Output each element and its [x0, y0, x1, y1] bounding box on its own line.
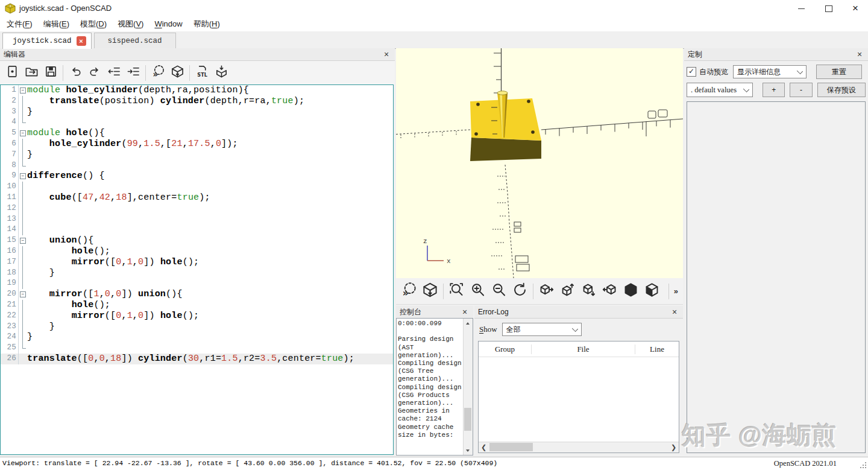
menu-item-4[interactable]: Window [149, 17, 187, 31]
console-close-icon[interactable]: × [460, 307, 470, 317]
chevron-down-icon [743, 86, 749, 92]
unindent-button[interactable] [104, 63, 124, 83]
preset-dropdown[interactable]: . default values [687, 83, 753, 97]
menu-item-1[interactable]: 编辑(E) [38, 17, 75, 31]
minimize-button[interactable] [791, 0, 811, 17]
code-line-17[interactable]: 17 mirror([0,1,0]) hole(); [1, 257, 393, 268]
resize-grip[interactable] [858, 460, 866, 468]
error-filter-dropdown[interactable]: 全部 [502, 323, 582, 336]
code-line-4[interactable]: 4 [1, 117, 393, 128]
column-header-group[interactable]: Group [479, 345, 532, 354]
reset-view-button[interactable] [509, 281, 530, 302]
scroll-left-icon[interactable] [479, 442, 489, 452]
undo-button[interactable] [66, 63, 85, 83]
code-line-26[interactable]: 26translate([0,0,18]) cylinder(30,r1=1.5… [1, 354, 393, 364]
code-line-12[interactable]: 12 [1, 203, 393, 214]
render-button[interactable] [168, 63, 187, 83]
scrollbar-thumb[interactable] [489, 443, 533, 451]
menu-item-0[interactable]: 文件(F) [1, 17, 38, 31]
line-number: 1 [1, 85, 19, 96]
auto-preview-checkbox[interactable]: ✓ [687, 67, 696, 77]
tab-sispeed-scad[interactable]: sispeed.scad [94, 33, 176, 48]
console-scrollbar[interactable] [463, 319, 473, 455]
code-line-25[interactable]: 25 [1, 343, 393, 354]
tab-joystick-scad[interactable]: joystick.scad × [2, 33, 92, 49]
maximize-button[interactable] [819, 0, 839, 17]
preview-button[interactable]: » [398, 281, 420, 302]
code-line-6[interactable]: 6 hole_cylinder(99,1.5,[21,17.5,0]); [1, 139, 393, 150]
scrollbar-thumb[interactable] [464, 408, 471, 431]
3d-viewport-canvas[interactable]: z x [396, 48, 683, 278]
export-stl-button[interactable]: STL [192, 63, 212, 83]
tab-close-icon[interactable]: × [77, 36, 86, 46]
column-header-line[interactable]: Line [635, 345, 679, 354]
code-line-9[interactable]: 9difference() { [1, 171, 393, 182]
fold-marker-icon[interactable] [19, 128, 27, 139]
reset-button[interactable]: 重置 [816, 65, 862, 79]
fold-marker-icon[interactable] [19, 171, 27, 182]
code-line-21[interactable]: 21 hole(); [1, 300, 393, 311]
code-line-14[interactable]: 14 [1, 224, 393, 235]
toolbar-overflow-button[interactable]: » [668, 284, 678, 299]
code-line-15[interactable]: 15 union(){ [1, 235, 393, 246]
save-preset-button[interactable]: 保存预设 [817, 83, 866, 97]
code-line-2[interactable]: 2 translate(position) cylinder(depth,r=r… [1, 96, 393, 107]
indent-button[interactable] [124, 63, 143, 83]
new-file-button[interactable] [2, 63, 22, 83]
code-line-24[interactable]: 24} [1, 332, 393, 343]
console-line: Parsing design (AST generation)... [398, 335, 463, 360]
code-line-16[interactable]: 16 hole(); [1, 246, 393, 257]
fold-marker-icon[interactable] [19, 85, 27, 96]
view-right-button[interactable] [536, 281, 557, 302]
fold-marker-icon[interactable] [19, 235, 27, 246]
zoom-out-button[interactable] [488, 281, 509, 302]
detail-level-dropdown[interactable]: 显示详细信息 [733, 65, 807, 78]
code-line-22[interactable]: 22 mirror([0,1,0]) hole(); [1, 311, 393, 322]
code-line-7[interactable]: 7} [1, 150, 393, 160]
code-line-5[interactable]: 5module hole(){ [1, 128, 393, 139]
render-button[interactable] [420, 281, 441, 302]
customizer-close-icon[interactable]: × [855, 49, 864, 59]
error-log-close-icon[interactable]: × [670, 307, 679, 317]
code-line-3[interactable]: 3} [1, 107, 393, 118]
code-line-13[interactable]: 13 [1, 214, 393, 225]
window-close-button[interactable]: × [845, 0, 866, 17]
remove-preset-button[interactable]: - [790, 83, 812, 97]
view-bottom-button[interactable] [578, 281, 599, 302]
view-back-button[interactable] [620, 281, 641, 302]
zoom-all-button[interactable] [446, 281, 467, 302]
code-editor[interactable]: 1module hole_cylinder(depth,ra,position)… [0, 84, 394, 455]
scroll-down-icon[interactable] [464, 446, 473, 455]
open-file-button[interactable] [22, 63, 41, 83]
preview-button[interactable]: » [148, 63, 168, 83]
add-preset-button[interactable]: + [763, 83, 785, 97]
view-left-button[interactable] [599, 281, 620, 302]
code-line-1[interactable]: 1module hole_cylinder(depth,ra,position)… [1, 85, 393, 96]
code-line-11[interactable]: 11 cube([47,42,18],center=true); [1, 192, 393, 203]
view-top-button[interactable] [557, 281, 578, 302]
code-line-10[interactable]: 10 [1, 182, 393, 192]
menu-item-2[interactable]: 模型(D) [75, 17, 112, 31]
menu-item-5[interactable]: 帮助(H) [188, 17, 225, 31]
code-line-18[interactable]: 18 } [1, 268, 393, 279]
error-table[interactable]: GroupFileLine [478, 341, 679, 453]
zoom-in-button[interactable] [467, 281, 488, 302]
fold-guide [19, 214, 27, 225]
redo-button[interactable] [85, 63, 104, 83]
scroll-up-icon[interactable] [464, 319, 473, 328]
code-line-20[interactable]: 20 mirror([1,0,0]) union(){ [1, 289, 393, 300]
fold-marker-icon[interactable] [19, 289, 27, 300]
save-file-button[interactable] [41, 63, 60, 83]
code-line-8[interactable]: 8 [1, 160, 393, 171]
svg-text:STL: STL [197, 72, 207, 78]
console-output[interactable]: 0:00:00.099 Parsing design (AST generati… [396, 318, 473, 456]
column-header-file[interactable]: File [532, 345, 635, 354]
editor-close-icon[interactable]: × [382, 49, 391, 59]
code-line-19[interactable]: 19 [1, 278, 393, 289]
scroll-right-icon[interactable] [668, 442, 679, 452]
menu-item-3[interactable]: 视图(V) [112, 17, 149, 31]
code-line-23[interactable]: 23 } [1, 322, 393, 332]
view-front-button[interactable] [641, 281, 662, 302]
error-table-hscrollbar[interactable] [479, 442, 679, 453]
export-button[interactable] [212, 63, 231, 83]
